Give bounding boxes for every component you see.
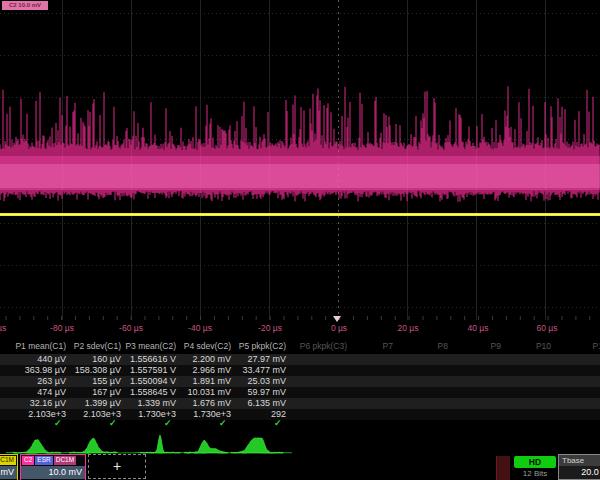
adc-bits-label: 12 Bits	[514, 469, 556, 478]
measurement-cell: 440 µV	[4, 354, 66, 365]
channel-descriptor-c2[interactable]: C2 ESR DC1M 10.0 mV	[20, 454, 86, 480]
time-axis: -100 µs-80 µs-60 µs-40 µs-20 µs0 µs20 µs…	[0, 320, 600, 337]
param-header-p3[interactable]: P3 mean(C2)	[114, 341, 176, 351]
partial-descriptor-fragment	[496, 456, 510, 480]
histicon-p1[interactable]	[13, 439, 61, 453]
measurement-cell: 10.031 mV	[169, 387, 231, 398]
measurement-cell: 167 µV	[59, 387, 121, 398]
measurement-cell: 1.556616 V	[114, 354, 176, 365]
measurement-cell: 1.557591 V	[114, 365, 176, 376]
status-check-icon: ✓	[274, 418, 282, 428]
status-check-icon: ✓	[54, 418, 62, 428]
histicon-p4[interactable]	[184, 440, 228, 453]
measure-table: 440 µV160 µV1.556616 V2.200 mV27.97 mV36…	[0, 354, 600, 420]
c2-channel-badge: C2	[22, 456, 34, 465]
c2-coupling-badge: DC1M	[54, 456, 76, 465]
c1-scale-value: 10.0 mV	[0, 466, 17, 479]
param-header-p10[interactable]: P10	[489, 341, 551, 351]
hd-mode-badge[interactable]: HD	[514, 456, 556, 468]
axis-tick-label: 0 µs	[331, 323, 347, 333]
measurement-cell: 263 µV	[4, 376, 66, 387]
measurement-cell: 6.135 mV	[224, 398, 286, 409]
measurement-cell: 155 µV	[59, 376, 121, 387]
c1-trace-highlight	[0, 214, 600, 215]
measurement-cell: 32.16 µV	[4, 398, 66, 409]
measure-table-header: P1 mean(C1)P2 sdev(C1)P3 mean(C2)P4 sdev…	[0, 341, 600, 353]
waveform-grid[interactable]	[0, 0, 600, 320]
param-header-p1[interactable]: P1 mean(C1)	[4, 341, 66, 351]
axis-tick-label: -60 µs	[119, 323, 143, 333]
histicon-p2[interactable]	[69, 438, 117, 453]
timebase-value: 20.0 µs/div	[559, 466, 600, 479]
param-header-p2[interactable]: P2 sdev(C1)	[59, 341, 121, 351]
measurement-cell: 474 µV	[4, 387, 66, 398]
measurement-cell: 1.558645 V	[114, 387, 176, 398]
measurement-cell: 1.339 mV	[114, 398, 176, 409]
status-check-icon: ✓	[164, 418, 172, 428]
c2-trace-core-bright	[0, 164, 600, 188]
measurement-cell: 1.891 mV	[169, 376, 231, 387]
axis-tick-label: -100 µs	[0, 323, 6, 333]
param-header-p11[interactable]: P11	[545, 341, 600, 351]
table-row: 474 µV167 µV1.558645 V10.031 mV59.97 mV	[0, 387, 600, 398]
measurement-cell: 160 µV	[59, 354, 121, 365]
measurement-cell: 59.97 mV	[224, 387, 286, 398]
channel-descriptor-c1[interactable]: DC1M 10.0 mV	[0, 454, 18, 480]
param-header-p4[interactable]: P4 sdev(C2)	[169, 341, 231, 351]
c1-coupling-badge: DC1M	[0, 456, 16, 465]
measure-status-row: ✓✓✓✓✓	[0, 419, 600, 429]
table-row: 32.16 µV1.399 µV1.339 mV1.676 mV6.135 mV	[0, 398, 600, 409]
plus-icon: +	[113, 458, 121, 474]
measurement-cell: 25.03 mV	[224, 376, 286, 387]
measurement-cell: 27.97 mV	[224, 354, 286, 365]
measurement-cell: 1.676 mV	[169, 398, 231, 409]
param-header-p5[interactable]: P5 pkpk(C2)	[224, 341, 286, 351]
param-header-p7[interactable]: P7	[331, 341, 393, 351]
axis-tick-label: 20 µs	[398, 323, 419, 333]
timebase-title: Tbase	[559, 455, 600, 466]
trigger-position-marker[interactable]	[333, 316, 341, 322]
status-check-icon: ✓	[219, 418, 227, 428]
measurement-cell: 2.966 mV	[169, 365, 231, 376]
timebase-descriptor[interactable]: Tbase 20.0 µs/div	[558, 454, 600, 480]
axis-tick-label: -80 µs	[50, 323, 74, 333]
trace-annotation-label: C2 10.0 mV	[2, 1, 48, 10]
table-row: 363.98 µV158.308 µV1.557591 V2.966 mV33.…	[0, 365, 600, 376]
c2-esr-badge: ESR	[35, 456, 52, 465]
axis-tick-label: -40 µs	[188, 323, 212, 333]
measurement-cell: 1.399 µV	[59, 398, 121, 409]
table-row: 263 µV155 µV1.550094 V1.891 mV25.03 mV	[0, 376, 600, 387]
c2-scale-value: 10.0 mV	[21, 466, 85, 479]
measurement-cell: 33.477 mV	[224, 365, 286, 376]
measurement-cell: 1.550094 V	[114, 376, 176, 387]
histicon-p5[interactable]	[231, 438, 283, 453]
axis-tick-label: 60 µs	[537, 323, 558, 333]
oscilloscope-screen: C2 10.0 mV -100 µs-80 µs-60 µs-40 µs-20 …	[0, 0, 600, 480]
measurement-cell: 363.98 µV	[4, 365, 66, 376]
add-trace-button[interactable]: +	[88, 454, 146, 479]
axis-tick-label: 40 µs	[468, 323, 489, 333]
table-row: 440 µV160 µV1.556616 V2.200 mV27.97 mV	[0, 354, 600, 365]
axis-tick-label: -20 µs	[258, 323, 282, 333]
histicon-p3[interactable]	[140, 435, 180, 453]
measure-histicons[interactable]	[0, 429, 320, 455]
status-check-icon: ✓	[109, 418, 117, 428]
measurement-cell: 2.200 mV	[169, 354, 231, 365]
measurement-cell: 158.308 µV	[59, 365, 121, 376]
